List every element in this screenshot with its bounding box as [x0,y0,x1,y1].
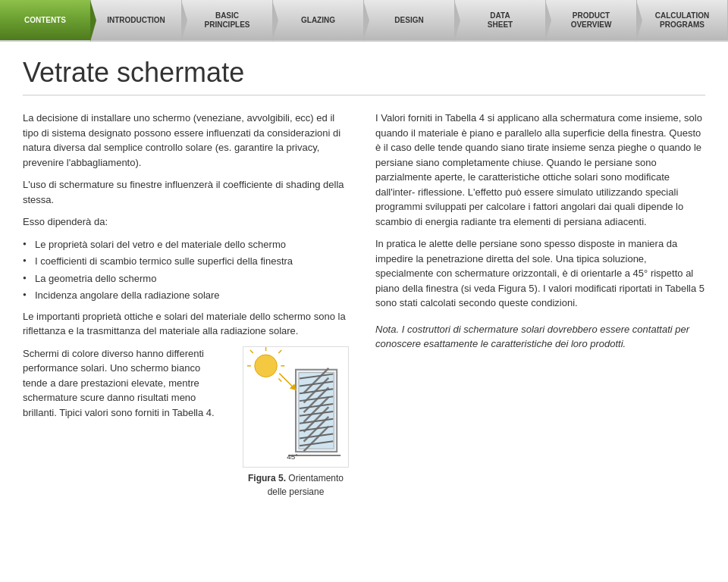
left-column: La decisione di installare uno schermo (… [23,111,353,499]
bullet-1: Le proprietà solari del vetro e del mate… [23,237,353,252]
two-column-layout: La decisione di installare uno schermo (… [23,111,705,499]
figure-container: Schermi di colore diverso hanno differen… [23,346,353,499]
main-content: Vetrate schermate La decisione di instal… [0,42,728,521]
left-para-1: La decisione di installare uno schermo (… [23,111,353,170]
figure-image: 45° Figura 5. Orientamento delle persian… [239,346,353,499]
bullet-3: La geometria dello schermo [23,271,353,286]
nav-calculation-programs[interactable]: CALCULATION PROGRAMS [637,0,728,40]
nav-data-sheet[interactable]: DATA SHEET [455,0,546,40]
left-para-5: Schermi di colore diverso hanno differen… [23,346,224,421]
nav-product-overview[interactable]: PRODUCT OVERVIEW [546,0,637,40]
right-note: Nota. I costruttori di schermature solar… [375,322,705,352]
bullet-4: Incidenza angolare della radiazione sola… [23,288,353,303]
svg-point-0 [255,355,278,377]
nav-design[interactable]: DESIGN [364,0,455,40]
svg-line-2 [278,350,281,353]
figure-caption: Figura 5. Orientamento delle persiane [239,471,353,499]
bullet-2: I coefficienti di scambio termico sulle … [23,254,353,269]
nav-glazing[interactable]: GLAZING [273,0,364,40]
right-column: I Valori forniti in Tabella 4 si applica… [375,111,705,499]
nav-basic-principles[interactable]: BASIC PRINCIPLES [182,0,273,40]
svg-line-4 [278,378,281,381]
svg-text:45°: 45° [287,452,298,461]
bullet-list: Le proprietà solari del vetro e del mate… [23,237,353,303]
nav-introduction[interactable]: INTRODUCTION [91,0,182,40]
right-para-2: In pratica le alette delle persiane sono… [375,236,705,311]
page-title: Vetrate schermate [23,57,705,95]
left-para-4: Le importanti proprietà ottiche e solari… [23,309,353,339]
navigation-bar: CONTENTS INTRODUCTION BASIC PRINCIPLES G… [0,0,728,42]
right-para-1: I Valori forniti in Tabella 4 si applica… [375,111,705,229]
left-para-3: Esso dipenderà da: [23,214,353,230]
svg-line-5 [250,350,253,353]
figure-svg: 45° [243,346,349,468]
nav-contents[interactable]: CONTENTS [0,0,91,40]
figure-text: Schermi di colore diverso hanno differen… [23,346,224,428]
left-para-2: L'uso di schermature su finestre influen… [23,177,353,207]
